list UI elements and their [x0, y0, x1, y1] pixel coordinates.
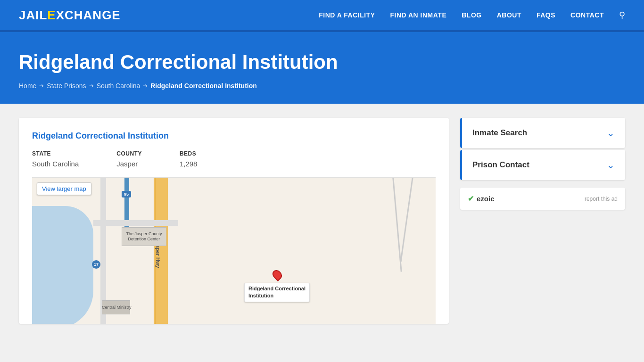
ezoic-label: ezoic: [477, 195, 495, 203]
county-col: COUNTY Jasper: [116, 150, 142, 168]
facility-info-row: STATE South Carolina COUNTY Jasper BEDS …: [32, 150, 436, 168]
beds-col: BEDS 1,298: [180, 150, 198, 168]
pin-label: Ridgeland Correctional Institution: [244, 283, 310, 302]
detention-center-building: The Jasper County Detention Center: [122, 227, 166, 246]
report-ad-link[interactable]: report this ad: [585, 196, 618, 202]
breadcrumb-arrow-3: ➔: [143, 82, 148, 89]
nav-contact[interactable]: CONTACT: [570, 11, 604, 19]
prison-contact-title: Prison Contact: [472, 160, 529, 170]
facility-name: Ridgeland Correctional Institution: [32, 131, 436, 141]
site-logo[interactable]: JAILEXCHANGE: [19, 8, 121, 23]
county-label: COUNTY: [116, 150, 142, 157]
nav-blog[interactable]: BLOG: [462, 11, 481, 19]
nav-faqs[interactable]: FAQs: [537, 11, 555, 19]
breadcrumb: Home ➔ State Prisons ➔ South Carolina ➔ …: [19, 82, 625, 90]
inmate-search-title: Inmate Search: [472, 128, 527, 138]
logo-xchange: XCHANGE: [56, 8, 121, 23]
inmate-search-chevron-icon: ⌄: [607, 127, 615, 139]
view-larger-map-button[interactable]: View larger map: [37, 182, 91, 195]
prison-contact-header[interactable]: Prison Contact ⌄: [460, 150, 625, 180]
beds-value: 1,298: [180, 160, 198, 168]
water-body: [32, 206, 93, 324]
inmate-search-header[interactable]: Inmate Search ⌄: [460, 118, 625, 148]
breadcrumb-state-prisons[interactable]: State Prisons: [47, 82, 86, 90]
state-value: South Carolina: [32, 160, 79, 168]
inmate-search-card: Inmate Search ⌄: [460, 118, 625, 148]
state-col: STATE South Carolina: [32, 150, 79, 168]
fork-road-2: [392, 178, 402, 272]
breadcrumb-south-carolina[interactable]: South Carolina: [97, 82, 140, 90]
breadcrumb-current: Ridgeland Correctional Institution: [150, 82, 257, 90]
main-content: Ridgeland Correctional Institution STATE…: [0, 104, 644, 338]
state-label: STATE: [32, 150, 79, 157]
ezoic-logo: ✔ ezoic: [468, 194, 495, 203]
nav-find-facility[interactable]: FIND A FACILITY: [319, 11, 375, 19]
nav-about[interactable]: ABOUT: [497, 11, 521, 19]
facility-map-pin[interactable]: Ridgeland Correctional Institution: [244, 270, 310, 302]
logo-jail: JAIL: [19, 8, 47, 23]
main-nav: FIND A FACILITY FIND AN INMATE BLOG ABOU…: [319, 10, 625, 20]
ezoic-bar: ✔ ezoic report this ad: [460, 188, 625, 210]
county-value: Jasper: [116, 160, 142, 168]
ezoic-check-icon: ✔: [468, 194, 474, 203]
nav-find-inmate[interactable]: FIND AN INMATE: [390, 11, 446, 19]
beds-label: BEDS: [180, 150, 198, 157]
breadcrumb-home[interactable]: Home: [19, 82, 36, 90]
hwy95-badge: 95: [122, 191, 131, 197]
breadcrumb-arrow-2: ➔: [89, 82, 94, 89]
logo-x: E: [47, 8, 56, 23]
prison-contact-card: Prison Contact ⌄: [460, 150, 625, 180]
search-icon[interactable]: ⚲: [619, 10, 625, 20]
hwy17-badge: 17: [92, 260, 100, 269]
cross-road-1: [93, 220, 178, 226]
facility-panel: Ridgeland Correctional Institution STATE…: [19, 118, 449, 324]
site-header: JAILEXCHANGE FIND A FACILITY FIND AN INM…: [0, 0, 644, 30]
detention-center-label: The Jasper County Detention Center: [123, 231, 165, 242]
page-title: Ridgeland Correctional Institution: [19, 51, 625, 74]
map-container[interactable]: Jasper Hwy 95 17 The Jasper County Deten…: [32, 178, 436, 324]
breadcrumb-arrow-1: ➔: [39, 82, 44, 89]
pin-marker: [270, 268, 283, 281]
prison-contact-chevron-icon: ⌄: [607, 159, 615, 171]
map-background: Jasper Hwy 95 17 The Jasper County Deten…: [32, 178, 436, 324]
central-ministry-label: Central Ministry: [102, 305, 132, 310]
right-sidebar: Inmate Search ⌄ Prison Contact ⌄ ✔ ezoic…: [460, 118, 625, 210]
fork-road-1: [400, 178, 413, 263]
hero-section: Ridgeland Correctional Institution Home …: [0, 32, 644, 104]
